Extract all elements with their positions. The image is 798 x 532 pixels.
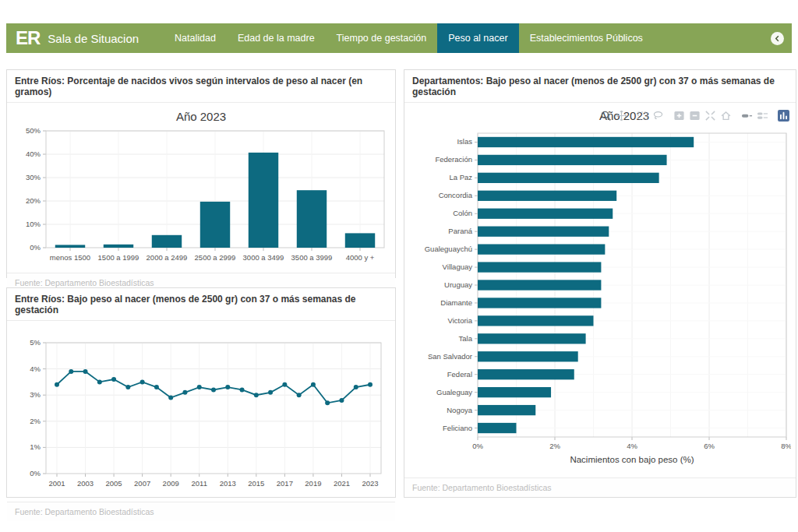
svg-text:8%: 8% bbox=[781, 442, 791, 450]
svg-text:2007: 2007 bbox=[134, 479, 150, 488]
plotly-logo-icon[interactable] bbox=[778, 110, 789, 122]
panel-body: Año 2023 bbox=[404, 103, 796, 477]
panel-title: Departamentos: Bajo peso al nacer (menos… bbox=[404, 70, 796, 103]
svg-text:30%: 30% bbox=[26, 173, 41, 181]
panel-departments-lowweight: Departamentos: Bajo peso al nacer (menos… bbox=[404, 69, 796, 498]
panel-birthweight-distribution: Entre Ríos: Porcentaje de nacidos vivos … bbox=[6, 69, 396, 278]
svg-text:2019: 2019 bbox=[305, 479, 321, 488]
zoom-out-icon[interactable] bbox=[689, 110, 701, 122]
source-note: Fuente: Departamento Bioestadísticas bbox=[7, 502, 395, 521]
brand: ER Sala de Situacion bbox=[6, 23, 150, 53]
pan-icon[interactable] bbox=[616, 110, 627, 122]
svg-text:Nacimientos con bajo peso (%): Nacimientos con bajo peso (%) bbox=[570, 455, 694, 464]
svg-text:2001: 2001 bbox=[48, 479, 65, 488]
svg-text:3500 a 3999: 3500 a 3999 bbox=[291, 253, 333, 262]
svg-text:2%: 2% bbox=[30, 417, 41, 425]
panel-title: Entre Ríos: Porcentaje de nacidos vivos … bbox=[7, 70, 395, 103]
svg-text:2%: 2% bbox=[549, 442, 560, 450]
dashboard-screen: ER Sala de Situacion NatalidadEdad de la… bbox=[0, 0, 798, 532]
svg-text:4000 y +: 4000 y + bbox=[346, 253, 375, 262]
svg-text:Nogoya: Nogoya bbox=[447, 406, 472, 414]
svg-text:Colón: Colón bbox=[453, 209, 472, 217]
plotly-modebar bbox=[596, 110, 789, 122]
svg-text:1%: 1% bbox=[30, 442, 41, 451]
app-container: ER Sala de Situacion NatalidadEdad de la… bbox=[6, 23, 792, 498]
svg-text:6%: 6% bbox=[704, 442, 715, 450]
svg-text:20%: 20% bbox=[26, 196, 41, 205]
er-logo: ER bbox=[16, 23, 40, 53]
svg-text:La Paz: La Paz bbox=[449, 173, 472, 181]
svg-text:Feliciano: Feliciano bbox=[443, 424, 472, 432]
svg-text:3000 a 3499: 3000 a 3499 bbox=[243, 253, 284, 262]
zoom-in-icon[interactable] bbox=[673, 110, 685, 122]
svg-text:2021: 2021 bbox=[334, 479, 350, 488]
svg-text:0%: 0% bbox=[30, 243, 41, 252]
svg-text:San Salvador: San Salvador bbox=[428, 352, 472, 361]
svg-text:Federal: Federal bbox=[447, 370, 472, 379]
right-column: Departamentos: Bajo peso al nacer (menos… bbox=[404, 69, 796, 498]
svg-text:2011: 2011 bbox=[192, 479, 207, 488]
tab-peso-al-nacer[interactable]: Peso al nacer bbox=[437, 23, 518, 53]
departments-hbar-chart[interactable]: 0%2%4%6%8%IslasFederaciónLa PazConcordia… bbox=[409, 129, 791, 470]
svg-text:menos 1500: menos 1500 bbox=[50, 253, 90, 262]
autoscale-icon[interactable] bbox=[704, 110, 716, 122]
svg-text:50%: 50% bbox=[26, 126, 41, 135]
svg-text:Gualeguay: Gualeguay bbox=[436, 388, 472, 396]
panel-lowweight-trend: Entre Ríos: Bajo peso al nacer (menos de… bbox=[6, 287, 396, 498]
svg-text:4%: 4% bbox=[627, 442, 637, 450]
svg-text:40%: 40% bbox=[26, 150, 41, 158]
zoom-icon[interactable] bbox=[600, 110, 612, 122]
hover-compare-icon[interactable] bbox=[757, 110, 768, 122]
left-column: Entre Ríos: Porcentaje de nacidos vivos … bbox=[6, 69, 396, 498]
tab-establecimientos-publicos[interactable]: Establecimientos Públicos bbox=[519, 23, 654, 53]
svg-text:2003: 2003 bbox=[77, 479, 94, 488]
svg-text:2009: 2009 bbox=[163, 479, 179, 488]
svg-text:2000 a 2499: 2000 a 2499 bbox=[147, 253, 188, 262]
svg-text:10%: 10% bbox=[26, 220, 41, 228]
birthweight-bar-chart[interactable]: 0%10%20%30%40%50%menos 15001500 a 199920… bbox=[12, 125, 390, 268]
tab-edad-de-la-madre[interactable]: Edad de la madre bbox=[227, 23, 326, 53]
content: Entre Ríos: Porcentaje de nacidos vivos … bbox=[6, 69, 792, 498]
hover-closest-icon[interactable] bbox=[741, 110, 753, 122]
svg-text:1500 a 1999: 1500 a 1999 bbox=[98, 253, 139, 262]
svg-text:Tala: Tala bbox=[459, 334, 473, 343]
svg-text:Uruguay: Uruguay bbox=[444, 280, 472, 289]
svg-text:2015: 2015 bbox=[248, 479, 264, 488]
panel-title: Entre Ríos: Bajo peso al nacer (menos de… bbox=[7, 288, 395, 321]
box-select-icon[interactable] bbox=[637, 110, 648, 122]
app-title: Sala de Situacion bbox=[48, 32, 139, 45]
lasso-select-icon[interactable] bbox=[652, 110, 664, 122]
svg-text:2005: 2005 bbox=[106, 479, 122, 488]
svg-text:4%: 4% bbox=[30, 365, 41, 373]
svg-text:2023: 2023 bbox=[362, 479, 378, 488]
top-navigation-bar: ER Sala de Situacion NatalidadEdad de la… bbox=[6, 23, 792, 53]
tab-natalidad[interactable]: Natalidad bbox=[164, 23, 227, 53]
svg-text:Federación: Federación bbox=[435, 155, 472, 164]
svg-text:0%: 0% bbox=[472, 442, 483, 450]
svg-text:2500 a 2999: 2500 a 2999 bbox=[195, 253, 236, 262]
svg-text:Victoria: Victoria bbox=[447, 316, 472, 325]
svg-text:Gualeguaychú: Gualeguaychú bbox=[425, 245, 472, 253]
svg-text:3%: 3% bbox=[30, 390, 41, 399]
svg-text:Concordia: Concordia bbox=[439, 191, 473, 199]
svg-text:Paraná: Paraná bbox=[448, 227, 472, 235]
svg-text:Diamante: Diamante bbox=[440, 298, 472, 307]
svg-text:2017: 2017 bbox=[277, 479, 293, 488]
chevron-left-icon bbox=[774, 35, 781, 42]
tab-tiempo-de-gestacion[interactable]: Tiempo de gestación bbox=[326, 23, 438, 53]
svg-text:0%: 0% bbox=[30, 469, 41, 477]
svg-text:Islas: Islas bbox=[457, 137, 472, 146]
panel-body: 0%1%2%3%4%5%2001200320052007200920112013… bbox=[7, 321, 395, 502]
chart-title: Año 2023 bbox=[12, 104, 390, 125]
svg-text:5%: 5% bbox=[30, 338, 41, 347]
panel-body: Año 2023 0%10%20%30%40%50%menos 15001500… bbox=[7, 103, 395, 273]
svg-text:2013: 2013 bbox=[220, 479, 236, 488]
source-note: Fuente: Departamento Bioestadísticas bbox=[404, 477, 796, 497]
nav-tabs: NatalidadEdad de la madreTiempo de gesta… bbox=[164, 23, 771, 53]
lowweight-trend-line-chart[interactable]: 0%1%2%3%4%5%2001200320052007200920112013… bbox=[12, 335, 390, 497]
svg-text:Villaguay: Villaguay bbox=[443, 262, 473, 271]
reset-axes-home-icon[interactable] bbox=[720, 110, 732, 122]
collapse-button[interactable] bbox=[771, 32, 784, 45]
